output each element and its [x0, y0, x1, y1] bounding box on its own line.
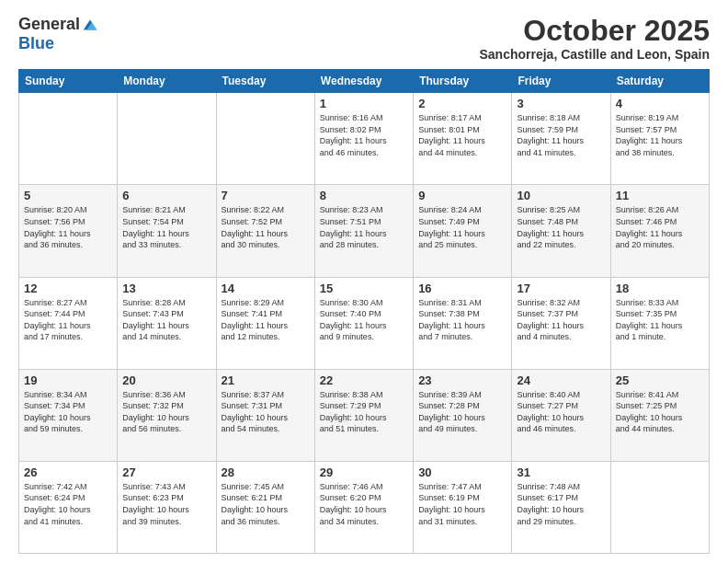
day-info: Sunrise: 8:41 AM Sunset: 7:25 PM Dayligh…: [616, 389, 704, 435]
day-number: 3: [517, 97, 605, 110]
day-number: 8: [320, 189, 408, 202]
page: General Blue October 2025 Sanchorreja, C…: [0, 0, 728, 563]
day-info: Sunrise: 8:22 AM Sunset: 7:52 PM Dayligh…: [222, 204, 310, 250]
col-sunday: Sunday: [19, 70, 118, 93]
calendar-cell: 29Sunrise: 7:46 AM Sunset: 6:20 PM Dayli…: [314, 461, 413, 553]
calendar-cell: 25Sunrise: 8:41 AM Sunset: 7:25 PM Dayli…: [610, 369, 709, 461]
calendar-cell: [19, 93, 118, 185]
month-title: October 2025: [479, 15, 710, 47]
day-info: Sunrise: 8:25 AM Sunset: 7:48 PM Dayligh…: [517, 204, 605, 250]
day-number: 18: [616, 282, 704, 295]
day-number: 1: [320, 97, 408, 110]
day-number: 13: [122, 282, 210, 295]
logo-blue: Blue: [18, 34, 54, 52]
day-info: Sunrise: 8:30 AM Sunset: 7:40 PM Dayligh…: [320, 297, 408, 343]
day-info: Sunrise: 8:32 AM Sunset: 7:37 PM Dayligh…: [517, 297, 605, 343]
col-tuesday: Tuesday: [216, 70, 314, 93]
day-number: 11: [616, 189, 704, 202]
day-number: 15: [320, 282, 408, 295]
calendar-cell: 16Sunrise: 8:31 AM Sunset: 7:38 PM Dayli…: [414, 277, 512, 369]
day-info: Sunrise: 8:26 AM Sunset: 7:46 PM Dayligh…: [616, 204, 704, 250]
day-info: Sunrise: 7:45 AM Sunset: 6:21 PM Dayligh…: [222, 481, 310, 527]
day-info: Sunrise: 8:34 AM Sunset: 7:34 PM Dayligh…: [24, 389, 112, 435]
calendar-cell: 23Sunrise: 8:39 AM Sunset: 7:28 PM Dayli…: [414, 369, 512, 461]
day-info: Sunrise: 8:23 AM Sunset: 7:51 PM Dayligh…: [320, 204, 408, 250]
day-number: 26: [24, 465, 112, 479]
day-info: Sunrise: 8:31 AM Sunset: 7:38 PM Dayligh…: [418, 297, 506, 343]
day-number: 24: [517, 373, 605, 387]
day-info: Sunrise: 8:36 AM Sunset: 7:32 PM Dayligh…: [122, 389, 210, 435]
calendar-cell: 9Sunrise: 8:24 AM Sunset: 7:49 PM Daylig…: [414, 185, 512, 277]
col-monday: Monday: [118, 70, 216, 93]
day-info: Sunrise: 8:24 AM Sunset: 7:49 PM Dayligh…: [418, 204, 506, 250]
day-info: Sunrise: 8:39 AM Sunset: 7:28 PM Dayligh…: [418, 389, 506, 435]
col-wednesday: Wednesday: [314, 70, 413, 93]
logo-general: General: [18, 15, 80, 34]
calendar-cell: [610, 461, 709, 553]
day-info: Sunrise: 8:29 AM Sunset: 7:41 PM Dayligh…: [222, 297, 310, 343]
week-row-3: 19Sunrise: 8:34 AM Sunset: 7:34 PM Dayli…: [19, 369, 710, 461]
calendar-cell: 20Sunrise: 8:36 AM Sunset: 7:32 PM Dayli…: [118, 369, 216, 461]
day-number: 19: [24, 373, 112, 387]
col-friday: Friday: [512, 70, 610, 93]
subtitle: Sanchorreja, Castille and Leon, Spain: [479, 47, 710, 62]
calendar-cell: 28Sunrise: 7:45 AM Sunset: 6:21 PM Dayli…: [216, 461, 314, 553]
col-thursday: Thursday: [414, 70, 512, 93]
calendar-cell: 15Sunrise: 8:30 AM Sunset: 7:40 PM Dayli…: [314, 277, 413, 369]
day-number: 9: [418, 189, 506, 202]
week-row-2: 12Sunrise: 8:27 AM Sunset: 7:44 PM Dayli…: [19, 277, 710, 369]
day-number: 16: [418, 282, 506, 295]
calendar-cell: 1Sunrise: 8:16 AM Sunset: 8:02 PM Daylig…: [314, 93, 413, 185]
day-number: 22: [320, 373, 408, 387]
day-info: Sunrise: 8:20 AM Sunset: 7:56 PM Dayligh…: [24, 204, 112, 250]
calendar-cell: 27Sunrise: 7:43 AM Sunset: 6:23 PM Dayli…: [118, 461, 216, 553]
day-info: Sunrise: 7:48 AM Sunset: 6:17 PM Dayligh…: [517, 481, 605, 527]
calendar-cell: 26Sunrise: 7:42 AM Sunset: 6:24 PM Dayli…: [19, 461, 118, 553]
calendar-cell: 14Sunrise: 8:29 AM Sunset: 7:41 PM Dayli…: [216, 277, 314, 369]
calendar-cell: 12Sunrise: 8:27 AM Sunset: 7:44 PM Dayli…: [19, 277, 118, 369]
calendar-cell: 3Sunrise: 8:18 AM Sunset: 7:59 PM Daylig…: [512, 93, 610, 185]
day-info: Sunrise: 8:37 AM Sunset: 7:31 PM Dayligh…: [222, 389, 310, 435]
calendar-table: Sunday Monday Tuesday Wednesday Thursday…: [18, 69, 710, 554]
header-row: Sunday Monday Tuesday Wednesday Thursday…: [19, 70, 710, 93]
calendar-cell: 17Sunrise: 8:32 AM Sunset: 7:37 PM Dayli…: [512, 277, 610, 369]
day-number: 25: [616, 373, 704, 387]
day-info: Sunrise: 7:47 AM Sunset: 6:19 PM Dayligh…: [418, 481, 506, 527]
day-number: 7: [222, 189, 310, 202]
day-number: 30: [418, 465, 506, 479]
day-number: 12: [24, 282, 112, 295]
day-info: Sunrise: 8:17 AM Sunset: 8:01 PM Dayligh…: [418, 112, 506, 158]
day-number: 31: [517, 465, 605, 479]
day-number: 29: [320, 465, 408, 479]
day-info: Sunrise: 7:42 AM Sunset: 6:24 PM Dayligh…: [24, 481, 112, 527]
calendar-cell: 10Sunrise: 8:25 AM Sunset: 7:48 PM Dayli…: [512, 185, 610, 277]
calendar-cell: 6Sunrise: 8:21 AM Sunset: 7:54 PM Daylig…: [118, 185, 216, 277]
day-number: 2: [418, 97, 506, 110]
header: General Blue October 2025 Sanchorreja, C…: [18, 15, 710, 62]
day-info: Sunrise: 8:33 AM Sunset: 7:35 PM Dayligh…: [616, 297, 704, 343]
day-number: 28: [222, 465, 310, 479]
col-saturday: Saturday: [610, 70, 709, 93]
day-info: Sunrise: 8:28 AM Sunset: 7:43 PM Dayligh…: [122, 297, 210, 343]
calendar-cell: 2Sunrise: 8:17 AM Sunset: 8:01 PM Daylig…: [414, 93, 512, 185]
calendar-cell: 18Sunrise: 8:33 AM Sunset: 7:35 PM Dayli…: [610, 277, 709, 369]
calendar-cell: [118, 93, 216, 185]
week-row-4: 26Sunrise: 7:42 AM Sunset: 6:24 PM Dayli…: [19, 461, 710, 553]
day-number: 14: [222, 282, 310, 295]
day-number: 6: [122, 189, 210, 202]
calendar-cell: 31Sunrise: 7:48 AM Sunset: 6:17 PM Dayli…: [512, 461, 610, 553]
calendar-cell: [216, 93, 314, 185]
week-row-0: 1Sunrise: 8:16 AM Sunset: 8:02 PM Daylig…: [19, 93, 710, 185]
calendar-cell: 13Sunrise: 8:28 AM Sunset: 7:43 PM Dayli…: [118, 277, 216, 369]
day-info: Sunrise: 7:43 AM Sunset: 6:23 PM Dayligh…: [122, 481, 210, 527]
day-number: 17: [517, 282, 605, 295]
day-number: 5: [24, 189, 112, 202]
calendar-cell: 4Sunrise: 8:19 AM Sunset: 7:57 PM Daylig…: [610, 93, 709, 185]
day-number: 27: [122, 465, 210, 479]
calendar-cell: 24Sunrise: 8:40 AM Sunset: 7:27 PM Dayli…: [512, 369, 610, 461]
day-info: Sunrise: 8:27 AM Sunset: 7:44 PM Dayligh…: [24, 297, 112, 343]
calendar-cell: 11Sunrise: 8:26 AM Sunset: 7:46 PM Dayli…: [610, 185, 709, 277]
day-info: Sunrise: 8:16 AM Sunset: 8:02 PM Dayligh…: [320, 112, 408, 158]
calendar-cell: 22Sunrise: 8:38 AM Sunset: 7:29 PM Dayli…: [314, 369, 413, 461]
logo-icon: [82, 17, 98, 33]
